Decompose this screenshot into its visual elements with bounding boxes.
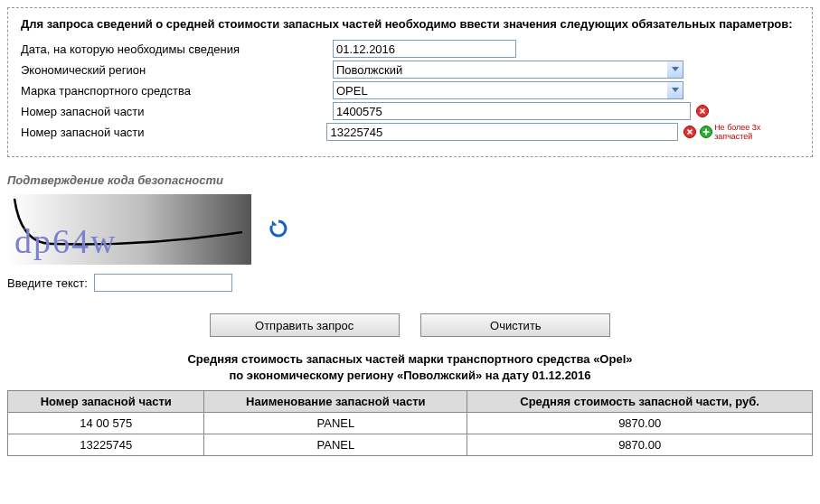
region-select[interactable]: [333, 61, 683, 79]
results-table: Номер запасной части Наименование запасн…: [7, 390, 813, 456]
part-input-1[interactable]: [333, 102, 691, 120]
part-input-2[interactable]: [326, 123, 678, 141]
brand-select[interactable]: [333, 81, 683, 99]
query-form: Для запроса сведений о средней стоимости…: [7, 7, 813, 157]
captcha-input[interactable]: [94, 274, 232, 292]
label-part-1: Номер запасной части: [21, 105, 333, 118]
captcha-code: dp64w: [14, 221, 117, 261]
results-title: Средняя стоимость запасных частей марки …: [7, 351, 813, 383]
col-name: Наименование запасной части: [204, 391, 467, 413]
delete-icon[interactable]: [683, 126, 696, 138]
plus-icon: [700, 126, 712, 138]
label-part-2: Номер запасной части: [21, 126, 326, 139]
refresh-icon[interactable]: [268, 218, 289, 242]
chevron-down-icon[interactable]: [667, 81, 683, 99]
table-header-row: Номер запасной части Наименование запасн…: [8, 391, 813, 413]
delete-icon[interactable]: [696, 105, 709, 117]
col-price: Средняя стоимость запасной части, руб.: [467, 391, 813, 413]
table-row: 14 00 575 PANEL 9870.00: [8, 413, 813, 434]
add-hint: Не более 3х запчастей: [714, 123, 799, 141]
region-value[interactable]: [333, 61, 683, 79]
form-header: Для запроса сведений о средней стоимости…: [21, 17, 799, 31]
date-input[interactable]: [333, 40, 516, 58]
clear-button[interactable]: Очистить: [420, 313, 610, 337]
chevron-down-icon[interactable]: [667, 61, 683, 79]
add-part-button[interactable]: Не более 3х запчастей: [700, 123, 799, 141]
col-number: Номер запасной части: [8, 391, 204, 413]
table-row: 13225745 PANEL 9870.00: [8, 434, 813, 456]
label-brand: Марка транспортного средства: [21, 84, 333, 98]
label-region: Экономический регион: [21, 63, 333, 77]
submit-button[interactable]: Отправить запрос: [210, 313, 400, 337]
captcha-image: dp64w: [7, 194, 251, 265]
captcha-title: Подтверждение кода безопасности: [7, 173, 813, 187]
label-date: Дата, на которую необходимы сведения: [21, 42, 333, 56]
captcha-input-label: Введите текст:: [7, 276, 88, 290]
brand-value[interactable]: [333, 81, 683, 99]
